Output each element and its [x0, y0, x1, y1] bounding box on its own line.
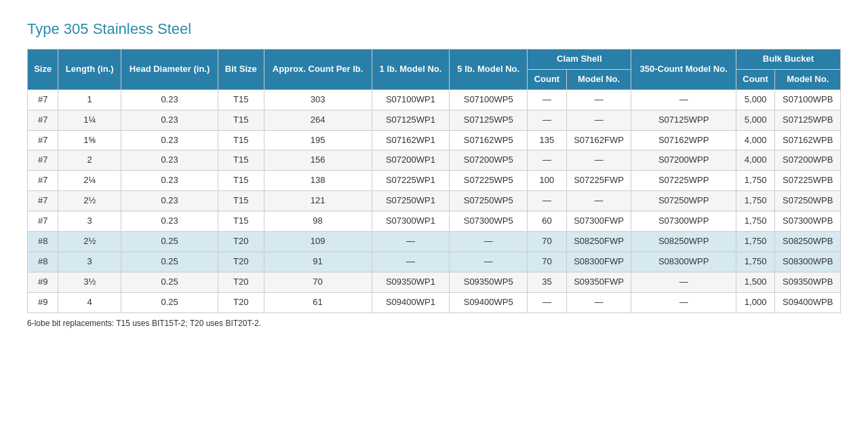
table-cell: S07125WP5: [450, 110, 528, 130]
table-cell: S07125WP1: [372, 110, 450, 130]
table-cell: 4: [58, 292, 121, 312]
page-title: Type 305 Stainless Steel: [27, 20, 841, 38]
table-cell: #7: [28, 110, 58, 130]
col-350count-model: 350-Count Model No.: [631, 49, 736, 90]
table-cell: 98: [264, 211, 372, 232]
table-cell: 121: [264, 191, 372, 211]
col-head-diameter: Head Diameter (in.): [121, 49, 218, 90]
table-cell: S07162WP1: [372, 130, 450, 150]
table-cell: 5,000: [736, 89, 775, 110]
table-cell: S07162WP5: [450, 130, 528, 150]
table-cell: S09350WPB: [775, 272, 841, 292]
table-cell: —: [631, 272, 736, 292]
table-cell: S09350FWP: [566, 272, 631, 292]
table-cell: T20: [218, 272, 264, 292]
table-cell: —: [528, 150, 567, 171]
table-cell: 0.23: [121, 130, 218, 150]
table-cell: T15: [218, 191, 264, 211]
table-cell: 1,750: [736, 171, 775, 191]
table-cell: 0.23: [121, 171, 218, 191]
table-cell: —: [631, 89, 736, 110]
table-cell: S07300WP1: [372, 211, 450, 232]
col-bulk-model: Model No.: [775, 69, 841, 89]
table-cell: #9: [28, 292, 58, 312]
table-cell: T15: [218, 110, 264, 130]
table-cell: #7: [28, 191, 58, 211]
col-clamshell-model: Model No.: [566, 69, 631, 89]
table-cell: 0.23: [121, 211, 218, 232]
table-cell: —: [566, 110, 631, 130]
table-cell: S07225WP5: [450, 171, 528, 191]
table-cell: —: [566, 89, 631, 110]
table-cell: 303: [264, 89, 372, 110]
table-cell: 0.23: [121, 150, 218, 171]
table-cell: S08300WPP: [631, 251, 736, 272]
table-cell: —: [450, 251, 528, 272]
table-row: #72½0.23T15121S07250WP1S07250WP5——S07250…: [28, 191, 841, 211]
table-cell: 2½: [58, 191, 121, 211]
table-cell: 1: [58, 89, 121, 110]
table-cell: 4,000: [736, 150, 775, 171]
table-cell: —: [528, 110, 567, 130]
table-cell: 0.25: [121, 251, 218, 272]
table-row: #82½0.25T20109——70S08250FWPS08250WPP1,75…: [28, 232, 841, 252]
col-5lb-model: 5 lb. Model No.: [450, 49, 528, 90]
table-cell: 0.25: [121, 232, 218, 252]
table-cell: 61: [264, 292, 372, 312]
table-cell: S07100WP1: [372, 89, 450, 110]
table-row: #710.23T15303S07100WP1S07100WP5———5,000S…: [28, 89, 841, 110]
table-cell: —: [372, 251, 450, 272]
table-cell: S07162WPP: [631, 130, 736, 150]
table-cell: 35: [528, 272, 567, 292]
table-cell: T15: [218, 130, 264, 150]
col-size: Size: [28, 49, 58, 90]
table-cell: S07300FWP: [566, 211, 631, 232]
table-cell: —: [450, 232, 528, 252]
table-cell: 0.25: [121, 292, 218, 312]
table-cell: 0.23: [121, 191, 218, 211]
table-cell: —: [566, 150, 631, 171]
table-cell: T20: [218, 251, 264, 272]
table-cell: 1,750: [736, 211, 775, 232]
table-cell: S07250WPP: [631, 191, 736, 211]
table-cell: S07250WP5: [450, 191, 528, 211]
table-cell: —: [566, 191, 631, 211]
table-row: #830.25T2091——70S08300FWPS08300WPP1,750S…: [28, 251, 841, 272]
table-cell: #8: [28, 251, 58, 272]
col-group-bulkbucket: Bulk Bucket: [736, 49, 840, 70]
table-cell: 3½: [58, 272, 121, 292]
table-cell: S08250WPB: [775, 232, 841, 252]
table-cell: S07225WPB: [775, 171, 841, 191]
product-table: Size Length (in.) Head Diameter (in.) Bi…: [27, 49, 841, 313]
col-bulk-count: Count: [736, 69, 775, 89]
table-cell: 70: [528, 251, 567, 272]
table-cell: S07125WPB: [775, 110, 841, 130]
table-row: #71¼0.23T15264S07125WP1S07125WP5——S07125…: [28, 110, 841, 130]
table-cell: #8: [28, 232, 58, 252]
table-cell: S09400WP1: [372, 292, 450, 312]
table-row: #940.25T2061S09400WP1S09400WP5———1,000S0…: [28, 292, 841, 312]
table-cell: T20: [218, 292, 264, 312]
table-cell: 138: [264, 171, 372, 191]
table-cell: S07225WP1: [372, 171, 450, 191]
table-cell: 70: [264, 272, 372, 292]
table-cell: 4,000: [736, 130, 775, 150]
table-cell: 91: [264, 251, 372, 272]
table-cell: S09350WP1: [372, 272, 450, 292]
table-cell: 1,500: [736, 272, 775, 292]
table-cell: —: [528, 89, 567, 110]
table-cell: 1¼: [58, 110, 121, 130]
table-cell: #7: [28, 89, 58, 110]
table-cell: 0.25: [121, 272, 218, 292]
table-cell: S07300WPP: [631, 211, 736, 232]
table-cell: T20: [218, 232, 264, 252]
table-cell: 70: [528, 232, 567, 252]
table-row: #730.23T1598S07300WP1S07300WP560S07300FW…: [28, 211, 841, 232]
table-cell: —: [528, 191, 567, 211]
table-cell: S08300FWP: [566, 251, 631, 272]
table-cell: 3: [58, 251, 121, 272]
table-cell: #7: [28, 171, 58, 191]
table-cell: 135: [528, 130, 567, 150]
table-cell: S07200WP5: [450, 150, 528, 171]
table-row: #71⅝0.23T15195S07162WP1S07162WP5135S0716…: [28, 130, 841, 150]
